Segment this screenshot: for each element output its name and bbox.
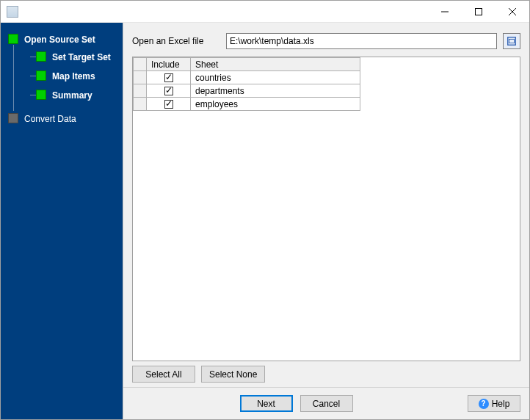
row-header-cell[interactable] [134, 71, 147, 84]
include-checkbox[interactable] [164, 87, 173, 95]
svg-rect-5 [509, 39, 515, 43]
step-label: Open Source Set [24, 35, 95, 45]
wizard-sidebar: Open Source SetSet Target SetMap ItemsSu… [1, 23, 123, 419]
include-checkbox[interactable] [164, 73, 173, 82]
sheet-name-cell[interactable]: countries [191, 71, 360, 84]
table-row: departments [134, 84, 360, 98]
file-open-label: Open an Excel file [132, 36, 220, 46]
wizard-substep[interactable]: Set Target Set [35, 48, 123, 67]
step-node-icon [36, 90, 46, 100]
step-node-icon [8, 34, 18, 44]
sheets-table: Include Sheet countriesdepartmentsemploy… [133, 57, 360, 111]
include-cell[interactable] [147, 84, 191, 98]
step-node-icon [36, 51, 46, 62]
titlebar [1, 1, 529, 23]
row-header-cell[interactable] [134, 98, 147, 111]
col-include[interactable]: Include [147, 58, 191, 71]
browse-button[interactable] [503, 33, 520, 49]
help-icon: ? [479, 399, 489, 409]
table-row: countries [134, 71, 360, 84]
maximize-button[interactable] [462, 1, 495, 23]
step-node-icon [8, 113, 18, 123]
include-cell[interactable] [147, 71, 191, 84]
next-button[interactable]: Next [240, 395, 293, 412]
help-button[interactable]: ? Help [468, 395, 520, 412]
close-button[interactable] [495, 1, 529, 23]
wizard-substep[interactable]: Map Items [35, 67, 123, 86]
wizard-step[interactable]: Convert Data [7, 109, 123, 128]
step-label: Convert Data [24, 114, 76, 124]
content-pane: Open an Excel file Include Sheet [123, 23, 529, 419]
col-rowhead [134, 58, 147, 71]
step-label: Map Items [52, 71, 95, 82]
help-label: Help [492, 399, 510, 409]
sheets-table-wrap: Include Sheet countriesdepartmentsemploy… [132, 57, 520, 361]
col-sheet[interactable]: Sheet [191, 58, 360, 71]
row-header-cell[interactable] [134, 84, 147, 98]
select-none-button[interactable]: Select None [201, 366, 265, 383]
wizard-substep[interactable]: Summary [35, 86, 123, 105]
app-icon [7, 6, 18, 18]
sheet-name-cell[interactable]: employees [191, 98, 360, 111]
selection-bar: Select All Select None [132, 366, 520, 383]
svg-rect-1 [476, 8, 482, 15]
step-node-icon [36, 70, 46, 81]
include-checkbox[interactable] [164, 100, 173, 109]
step-label: Set Target Set [52, 52, 111, 62]
minimize-button[interactable] [428, 1, 462, 23]
browse-icon [507, 36, 517, 46]
select-all-button[interactable]: Select All [132, 366, 195, 383]
file-open-bar: Open an Excel file [123, 23, 529, 57]
file-path-input[interactable] [226, 33, 497, 49]
wizard-step[interactable]: Open Source SetSet Target SetMap ItemsSu… [7, 30, 123, 109]
sheet-name-cell[interactable]: departments [191, 84, 360, 98]
include-cell[interactable] [147, 98, 191, 111]
table-row: employees [134, 98, 360, 111]
step-label: Summary [52, 90, 92, 101]
bottom-button-bar: Next Cancel ? Help [123, 387, 529, 419]
cancel-button[interactable]: Cancel [300, 395, 353, 412]
